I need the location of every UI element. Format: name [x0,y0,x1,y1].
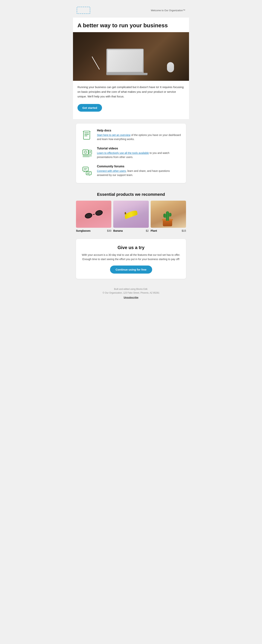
laptop-base [106,73,147,75]
banana-meta: Banana $2 [113,229,149,232]
tutorial-videos-title: Tutorial videos [97,147,181,150]
cta-card-title: Give us a try [81,245,181,250]
products-title: Essential products we recommend [76,192,186,197]
laptop-screen [106,48,144,73]
resource-item-help-docs: Help docs Start here to get an overview … [81,129,181,142]
hero-section: A better way to run your business Runnin… [73,18,189,119]
sunglasses-image [76,201,111,228]
svg-rect-3 [84,136,87,136]
banana-image [113,201,149,228]
resources-section: Help docs Start here to get an overview … [73,119,189,188]
sunglasses-name: Sunglasses [76,229,91,232]
hero-text: Running your business can get complicate… [78,85,184,99]
help-docs-title: Help docs [97,129,181,132]
community-forums-icon [81,165,94,178]
laptop-illustration [106,48,147,75]
pot-shape [163,220,172,226]
sunglasses-price: $30 [107,229,111,232]
svg-rect-2 [84,134,89,135]
tutorial-videos-link[interactable]: Learn to effectively use all the tools a… [97,152,149,154]
cable-decoration [92,56,100,70]
cta-card-text: With your account is a 30-day trial to u… [81,253,181,262]
community-forums-body: Connect with other users, learn and shar… [97,169,181,177]
tutorial-videos-body: Learn to effectively use all the tools a… [97,151,181,159]
sg-lens-left [84,212,93,219]
help-docs-icon [81,129,94,142]
banana-shape [124,210,138,219]
community-forums-content: Community forums Connect with other user… [97,165,181,177]
header-tagline: Welcome to Our Organization™ [151,9,185,12]
resource-item-tutorial-videos: Tutorial videos Learn to effectively use… [81,147,181,160]
plant-name: Plant [151,229,157,232]
product-item-plant: Plant $15 [151,201,186,232]
resources-card: Help docs Start here to get an overview … [76,124,186,183]
products-section: Essential products we recommend Sunglass… [73,188,189,236]
products-grid: Sunglasses $30 Banana $2 [76,201,186,232]
community-forums-title: Community forums [97,165,181,168]
header: Welcome to Our Organization™ [73,4,189,18]
email-wrapper: Welcome to Our Organization™ A better wa… [73,0,189,310]
banana-price: $2 [146,229,149,232]
continue-free-button[interactable]: Continue using for free [110,266,152,274]
sunglasses-meta: Sunglasses $30 [76,229,111,232]
svg-rect-18 [86,172,91,175]
hero-title: A better way to run your business [73,18,189,32]
cta-section: Give us a try With your account is a 30-… [73,236,189,283]
plant-meta: Plant $15 [151,229,186,232]
plant-price: $15 [182,229,186,232]
resource-item-community-forums: Community forums Connect with other user… [81,165,181,178]
logo [77,7,90,14]
product-item-banana: Banana $2 [113,201,149,232]
svg-rect-16 [83,167,88,171]
community-forums-link[interactable]: Connect with other users [97,170,126,172]
laptop-screen-inner [108,50,142,72]
cactus-shape [166,211,169,221]
sg-bridge [93,214,95,215]
plant-image [151,201,186,228]
product-item-sunglasses: Sunglasses $30 [76,201,111,232]
hero-body: Running your business can get complicate… [73,81,189,100]
help-docs-content: Help docs Start here to get an overview … [97,129,181,141]
svg-point-8 [85,152,86,153]
footer: Built and edited using Blocks Edit. © Ou… [73,283,189,303]
mouse-illustration [167,62,174,72]
sg-lens-right [95,210,103,216]
footer-address: © Our Organization, 123 Fake Street, Pho… [76,292,186,294]
svg-rect-0 [84,131,90,139]
unsubscribe-link[interactable]: Unsubscribe [124,296,138,299]
sunglasses-shape [84,210,103,219]
cta-card: Give us a try With your account is a 30-… [76,239,186,279]
help-docs-link[interactable]: Start here to get an overview [97,134,130,136]
get-started-button[interactable]: Get started [78,104,102,112]
hero-image [73,32,189,81]
footer-built-text: Built and edited using Blocks Edit. [76,288,186,290]
tutorial-videos-icon [81,147,94,160]
tutorial-videos-content: Tutorial videos Learn to effectively use… [97,147,181,159]
svg-rect-1 [84,132,89,133]
banana-name: Banana [113,229,123,232]
help-docs-body: Start here to get an overview of the opt… [97,133,181,141]
